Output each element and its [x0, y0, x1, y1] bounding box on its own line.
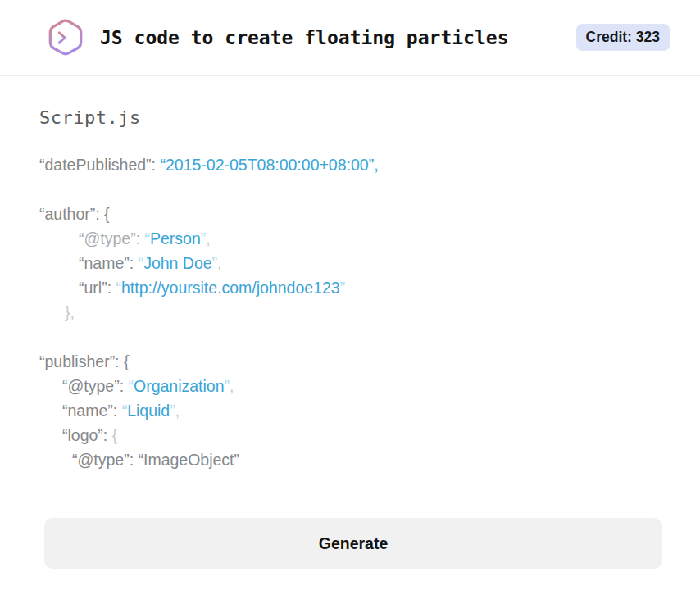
code-line: “@type”: “Organization”,: [39, 374, 662, 398]
code-line: “logo”: {: [39, 423, 662, 447]
credit-badge: Credit: 323: [576, 24, 670, 52]
terminal-prompt-hexagon-icon: [47, 17, 84, 58]
generate-button[interactable]: Generate: [44, 518, 662, 569]
code-block: “datePublished”: “2015-02-05T08:00:00+08…: [39, 152, 662, 472]
code-line: “author”: {: [39, 202, 662, 226]
editor-panel: Script.js “datePublished”: “2015-02-05T0…: [0, 107, 700, 569]
code-line: [39, 177, 662, 202]
code-line: “@type”: “ImageObject”: [39, 447, 662, 472]
code-line: “name”: “John Doe”,: [39, 251, 662, 275]
code-line: [39, 325, 662, 349]
app-window: JS code to create floating particles Cre…: [0, 0, 700, 569]
code-line: “url”: “http://yoursite.com/johndoe123”: [39, 275, 662, 300]
script-filename: Script.js: [39, 107, 662, 128]
code-line: “@type”: “Person”,: [39, 226, 662, 251]
code-line: “datePublished”: “2015-02-05T08:00:00+08…: [39, 152, 662, 177]
code-line: “publisher”: {: [39, 349, 662, 374]
code-line: },: [39, 300, 662, 325]
code-line: “name”: “Liquid”,: [39, 398, 662, 423]
page-title: JS code to create floating particles: [100, 27, 509, 48]
header: JS code to create floating particles Cre…: [0, 0, 700, 76]
